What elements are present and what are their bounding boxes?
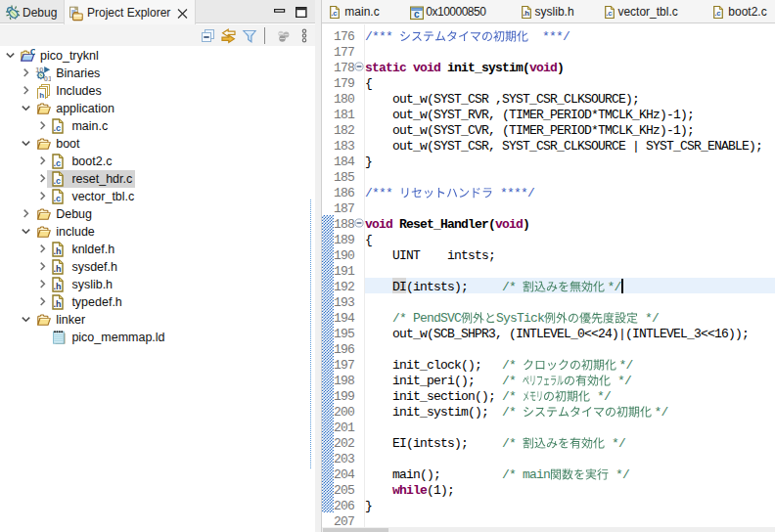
svg-text:.h: .h [523,9,529,18]
svg-text:.h: .h [54,245,62,255]
svg-text:.c: .c [54,193,62,202]
svg-text:.c: .c [606,9,613,18]
svg-text:.c: .c [54,157,62,167]
svg-text:.c: .c [54,175,62,185]
svg-text:.c: .c [714,9,721,18]
svg-text:.h: .h [54,281,62,290]
svg-text:C: C [30,48,35,57]
svg-text:.c: .c [331,9,338,18]
svg-text:h: h [39,90,44,98]
svg-text:.h: .h [54,263,62,273]
svg-text:.c: .c [54,122,62,132]
svg-text:.h: .h [54,298,62,308]
svg-text:c: c [414,9,420,20]
